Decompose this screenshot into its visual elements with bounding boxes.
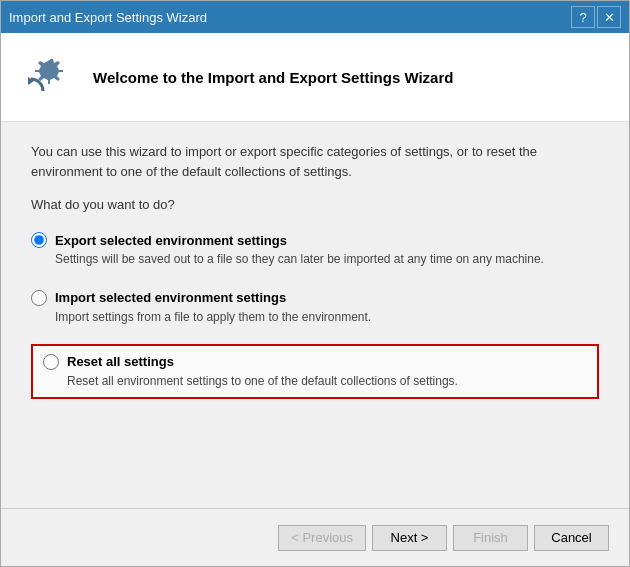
body-section: You can use this wizard to import or exp… [1,122,629,508]
footer-section: < Previous Next > Finish Cancel [1,508,629,566]
question-text: What do you want to do? [31,197,599,212]
title-bar: Import and Export Settings Wizard ? ✕ [1,1,629,33]
import-label: Import selected environment settings [55,290,286,305]
export-label: Export selected environment settings [55,233,287,248]
reset-option: Reset all settings Reset all environment… [31,344,599,400]
export-description: Settings will be saved out to a file so … [55,251,599,268]
finish-button[interactable]: Finish [453,525,528,551]
import-description: Import settings from a file to apply the… [55,309,599,326]
dialog-title: Import and Export Settings Wizard [9,10,207,25]
header-section: Welcome to the Import and Export Setting… [1,33,629,122]
radio-group: Export selected environment settings Set… [31,228,599,399]
main-dialog: Import and Export Settings Wizard ? ✕ [0,0,630,567]
content-area: Welcome to the Import and Export Setting… [1,33,629,566]
next-button[interactable]: Next > [372,525,447,551]
reset-description: Reset all environment settings to one of… [67,373,587,390]
cancel-button[interactable]: Cancel [534,525,609,551]
previous-button[interactable]: < Previous [278,525,366,551]
reset-label: Reset all settings [67,354,174,369]
help-button[interactable]: ? [571,6,595,28]
export-option: Export selected environment settings Set… [31,228,599,272]
export-radio[interactable] [31,232,47,248]
import-radio[interactable] [31,290,47,306]
title-bar-buttons: ? ✕ [571,6,621,28]
export-label-row: Export selected environment settings [31,232,599,248]
reset-label-row: Reset all settings [43,354,587,370]
header-title: Welcome to the Import and Export Setting… [93,69,453,86]
description-text: You can use this wizard to import or exp… [31,142,599,181]
reset-radio[interactable] [43,354,59,370]
import-label-row: Import selected environment settings [31,290,599,306]
import-option: Import selected environment settings Imp… [31,286,599,330]
close-button[interactable]: ✕ [597,6,621,28]
settings-icon [21,49,77,105]
